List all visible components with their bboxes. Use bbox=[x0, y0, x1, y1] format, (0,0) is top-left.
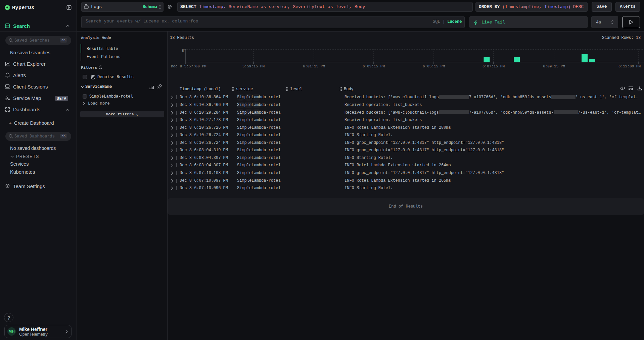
svg-text:6:09:15 PM: 6:09:15 PM bbox=[543, 64, 565, 68]
svg-text:6:05:15 PM: 6:05:15 PM bbox=[423, 64, 445, 68]
svg-text:6:12:00 PM: 6:12:00 PM bbox=[618, 64, 641, 68]
svg-text:6:01:15 PM: 6:01:15 PM bbox=[303, 64, 325, 68]
svg-text:Dec 8 5:57:00 PM: Dec 8 5:57:00 PM bbox=[171, 64, 206, 68]
svg-text:6:03:15 PM: 6:03:15 PM bbox=[363, 64, 385, 68]
svg-text:8: 8 bbox=[182, 49, 184, 53]
svg-text:5:59:15 PM: 5:59:15 PM bbox=[242, 64, 265, 68]
svg-text:6:07:15 PM: 6:07:15 PM bbox=[482, 64, 505, 68]
